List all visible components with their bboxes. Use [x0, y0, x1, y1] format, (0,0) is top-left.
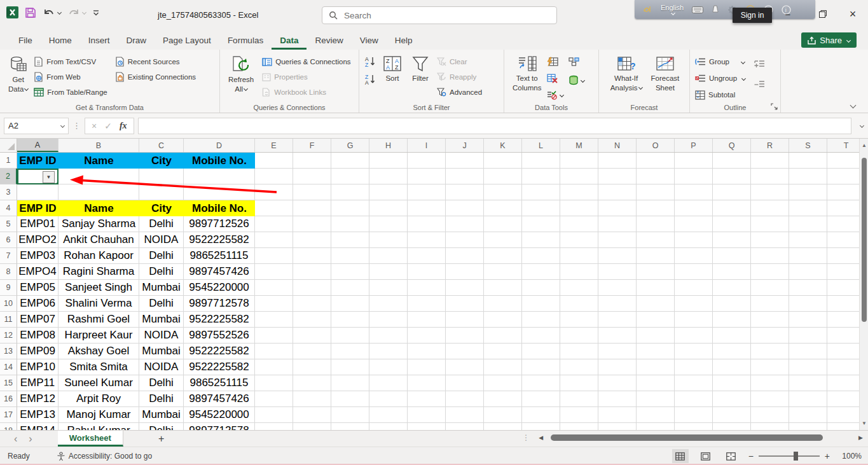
- ungroup-dropdown-icon[interactable]: [741, 76, 746, 80]
- insert-function-icon[interactable]: fx: [120, 121, 127, 131]
- data-cell[interactable]: Delhi: [139, 296, 184, 312]
- data-cell[interactable]: Delhi: [139, 216, 184, 232]
- data-cell[interactable]: Akshay Goel: [59, 344, 139, 359]
- row-header-9[interactable]: 9: [0, 280, 17, 296]
- data-cell[interactable]: Delhi: [139, 264, 184, 280]
- data-cell[interactable]: 9897712578: [184, 423, 255, 430]
- tab-help[interactable]: Help: [387, 32, 421, 50]
- row-header-3[interactable]: 3: [0, 184, 17, 200]
- data-cell[interactable]: Delhi: [139, 375, 184, 391]
- refresh-all-button[interactable]: Refresh All: [225, 53, 257, 95]
- data-model-dropdown-icon[interactable]: [581, 78, 585, 82]
- text-to-columns-button[interactable]: Text to Columns: [509, 53, 544, 94]
- row-header-1[interactable]: 1: [0, 153, 17, 169]
- data-cell[interactable]: 9897712526: [184, 216, 255, 232]
- row-header-11[interactable]: 11: [0, 312, 17, 328]
- data-validation-button[interactable]: [547, 88, 563, 101]
- row-header-15[interactable]: 15: [0, 375, 17, 391]
- tab-view[interactable]: View: [352, 32, 387, 50]
- data-cell[interactable]: 9897457426: [184, 391, 255, 407]
- data-cell[interactable]: Delhi: [139, 391, 184, 407]
- empty-cells-filler[interactable]: [255, 391, 859, 407]
- empty-cell[interactable]: [59, 169, 139, 184]
- header-cell[interactable]: City: [139, 200, 184, 216]
- keyboard-icon[interactable]: [692, 6, 703, 13]
- column-header-E[interactable]: E: [255, 139, 293, 152]
- tab-draw[interactable]: Draw: [118, 32, 155, 50]
- data-cell[interactable]: 9897712578: [184, 296, 255, 312]
- zoom-out-icon[interactable]: −: [748, 451, 754, 461]
- select-all-corner[interactable]: [0, 139, 17, 152]
- data-cell[interactable]: Mumbai: [139, 280, 184, 296]
- column-header-A[interactable]: A: [17, 139, 59, 152]
- empty-cells-filler[interactable]: [255, 359, 859, 375]
- empty-cells-filler[interactable]: [255, 423, 859, 430]
- data-cell[interactable]: 9897457426: [184, 264, 255, 280]
- search-input[interactable]: [344, 11, 535, 20]
- data-cell[interactable]: EMP10: [17, 359, 59, 375]
- zoom-level[interactable]: 100%: [839, 452, 862, 461]
- empty-cells-filler[interactable]: [255, 248, 859, 264]
- data-cell[interactable]: Rahul Kumar: [59, 423, 139, 430]
- column-header-S[interactable]: S: [789, 139, 827, 152]
- data-cell[interactable]: EMP11: [17, 375, 59, 391]
- undo-button[interactable]: [43, 8, 61, 18]
- normal-view-button[interactable]: [672, 449, 689, 463]
- empty-cells-filler[interactable]: [255, 312, 859, 328]
- vertical-scrollbar[interactable]: ▲ ▼: [859, 139, 868, 430]
- data-cell[interactable]: 9865251115: [184, 375, 255, 391]
- empty-cell[interactable]: [17, 184, 59, 200]
- ungroup-button[interactable]: Ungroup: [695, 72, 745, 85]
- undo-dropdown-icon[interactable]: [57, 10, 62, 15]
- column-header-G[interactable]: G: [331, 139, 369, 152]
- new-sheet-button[interactable]: +: [158, 433, 164, 445]
- header-cell[interactable]: EMP ID: [17, 153, 59, 169]
- data-cell[interactable]: EMPO2: [17, 232, 59, 248]
- data-cell[interactable]: 9522225582: [184, 232, 255, 248]
- data-cell[interactable]: EMP05: [17, 280, 59, 296]
- name-box[interactable]: A2: [4, 118, 69, 134]
- data-cell[interactable]: 9522225582: [184, 344, 255, 359]
- data-cell[interactable]: Mumbai: [139, 312, 184, 328]
- empty-cells-filler[interactable]: [255, 344, 859, 359]
- show-detail-button[interactable]: [754, 57, 764, 70]
- save-icon[interactable]: [25, 7, 36, 18]
- minimize-button[interactable]: −: [778, 5, 798, 23]
- tab-review[interactable]: Review: [307, 32, 351, 50]
- collapse-ribbon-icon[interactable]: [850, 102, 857, 109]
- vertical-scroll-thumb[interactable]: [862, 158, 867, 322]
- empty-cells-filler[interactable]: [255, 169, 859, 184]
- row-header-13[interactable]: 13: [0, 344, 17, 359]
- column-header-O[interactable]: O: [637, 139, 675, 152]
- column-header-D[interactable]: D: [184, 139, 255, 152]
- subtotal-button[interactable]: Subtotal: [695, 88, 745, 101]
- ime-icon[interactable]: [712, 5, 719, 14]
- empty-cells-filler[interactable]: [255, 153, 859, 169]
- data-cell[interactable]: EMP01: [17, 216, 59, 232]
- language-dropdown-icon[interactable]: [670, 11, 675, 15]
- data-cell[interactable]: Arpit Roy: [59, 391, 139, 407]
- data-cell[interactable]: 9897552526: [184, 328, 255, 344]
- row-header-2[interactable]: 2: [0, 169, 17, 184]
- column-header-I[interactable]: I: [408, 139, 446, 152]
- data-cell[interactable]: Smita Smita: [59, 359, 139, 375]
- flash-fill-button[interactable]: [547, 55, 563, 68]
- zoom-slider-thumb[interactable]: [794, 452, 798, 461]
- header-cell[interactable]: Mobile No.: [184, 200, 255, 216]
- column-header-Q[interactable]: Q: [713, 139, 751, 152]
- row-header-14[interactable]: 14: [0, 359, 17, 375]
- scroll-left-icon[interactable]: ◀: [539, 434, 543, 441]
- from-table-range-button[interactable]: From Table/Range: [34, 86, 107, 99]
- empty-cell[interactable]: [59, 184, 139, 200]
- page-layout-view-button[interactable]: [698, 449, 714, 463]
- row-header-16[interactable]: 16: [0, 391, 17, 407]
- column-header-K[interactable]: K: [484, 139, 522, 152]
- data-cell[interactable]: Suneel Kumar: [59, 375, 139, 391]
- data-cell[interactable]: EMP09: [17, 344, 59, 359]
- status-mode[interactable]: Ready: [8, 452, 30, 461]
- language-script-icon[interactable]: [642, 4, 652, 15]
- header-cell[interactable]: EMP ID: [17, 200, 59, 216]
- tab-data[interactable]: Data: [272, 32, 307, 50]
- data-cell[interactable]: NOIDA: [139, 232, 184, 248]
- existing-connections-button[interactable]: Existing Connections: [115, 71, 196, 83]
